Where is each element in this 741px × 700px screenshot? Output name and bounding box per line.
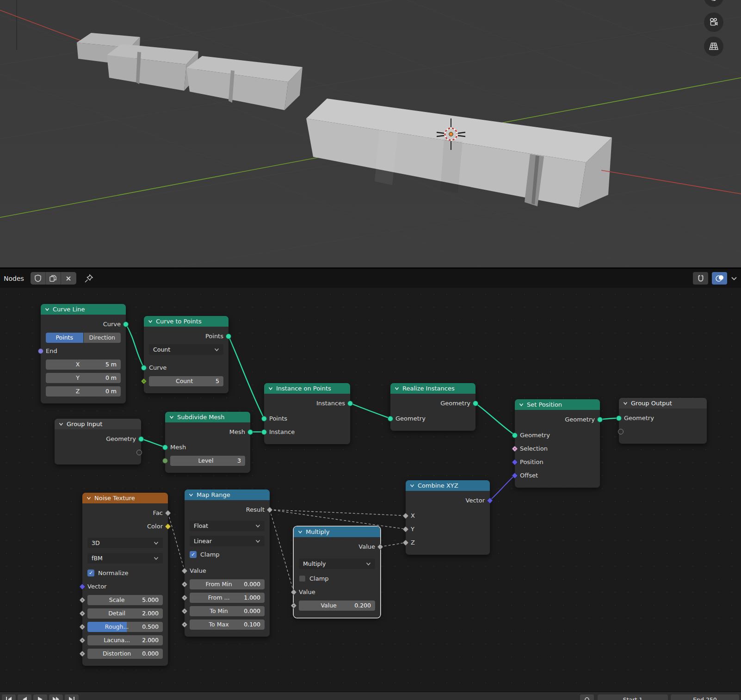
link-result-to-x[interactable]: [270, 510, 406, 516]
snapping-button[interactable]: [693, 272, 708, 285]
node-multiply[interactable]: Multiply Value Multiply Clamp Value Valu…: [294, 527, 380, 618]
socket-curve-in[interactable]: [141, 365, 147, 371]
count-field[interactable]: Count5: [149, 376, 223, 386]
chevron-down-icon[interactable]: [731, 276, 737, 281]
collapse-chevron-icon[interactable]: [148, 320, 153, 323]
node-header[interactable]: Realize Instances: [390, 383, 475, 394]
link-groupinput-to-mesh[interactable]: [141, 439, 165, 447]
previous-keyframe-button[interactable]: [18, 694, 31, 700]
node-curve-to-points[interactable]: Curve to Points Points Count Curve Count…: [144, 316, 228, 393]
socket-mesh-in[interactable]: [162, 445, 168, 450]
node-header[interactable]: Curve Line: [41, 304, 126, 315]
to-min-field[interactable]: To Min0.000: [190, 606, 265, 616]
noise-type-dropdown[interactable]: fBM: [87, 553, 163, 564]
socket-geometry-out[interactable]: [597, 417, 603, 422]
frame-start-field[interactable]: Start 1: [598, 694, 668, 700]
collapse-chevron-icon[interactable]: [45, 308, 49, 311]
frame-end-field[interactable]: End 250: [671, 694, 739, 700]
normalize-checkbox[interactable]: ✓: [87, 570, 94, 576]
node-header[interactable]: Instance on Points: [264, 383, 350, 394]
socket-points-in[interactable]: [261, 416, 267, 421]
clamp-checkbox[interactable]: ✓: [190, 551, 197, 558]
socket-geometry-in[interactable]: [512, 433, 518, 438]
jump-to-end-button[interactable]: [65, 694, 79, 700]
node-canvas[interactable]: Curve Line Curve Points Direction End X5…: [0, 288, 741, 691]
from-min-field[interactable]: From Min0.000: [190, 579, 265, 589]
node-curve-line[interactable]: Curve Line Curve Points Direction End X5…: [41, 304, 126, 403]
next-keyframe-button[interactable]: [49, 694, 63, 700]
node-header[interactable]: Set Position: [515, 399, 600, 410]
socket-geometry-in[interactable]: [616, 415, 622, 421]
collapse-chevron-icon[interactable]: [59, 422, 63, 426]
node-realize-instances[interactable]: Realize Instances Geometry Geometry: [390, 383, 475, 431]
unlink-node-tree-button[interactable]: [61, 272, 76, 285]
link-instances-to-geometry[interactable]: [350, 403, 390, 419]
new-node-tree-button[interactable]: [46, 272, 61, 285]
socket-mesh-out[interactable]: [247, 429, 253, 435]
data-type-dropdown[interactable]: Float: [190, 520, 265, 531]
collapse-chevron-icon[interactable]: [86, 496, 91, 500]
distortion-field[interactable]: Distortion0.000: [87, 649, 163, 659]
link-vector-to-offset[interactable]: [490, 476, 515, 501]
node-header[interactable]: Multiply: [294, 527, 380, 537]
socket-virtual[interactable]: [618, 429, 624, 434]
link-multiply-to-z[interactable]: [380, 543, 406, 547]
collapse-chevron-icon[interactable]: [268, 387, 273, 390]
scale-field[interactable]: Scale5.000: [87, 595, 163, 605]
link-points-to-points[interactable]: [228, 336, 264, 419]
link-curve-to-curve[interactable]: [126, 324, 144, 368]
node-header[interactable]: Curve to Points: [144, 316, 228, 327]
interpolation-dropdown[interactable]: Linear: [190, 536, 265, 546]
node-combine-xyz[interactable]: Combine XYZ Vector X Y Z: [406, 480, 490, 555]
node-tree-name[interactable]: Nodes: [4, 275, 24, 282]
viewport-3d[interactable]: [0, 0, 741, 267]
socket-level-in[interactable]: [162, 458, 168, 464]
lacunarity-field[interactable]: Lacuna...2.000: [87, 635, 163, 645]
node-instance-on-points[interactable]: Instance on Points Instances Points Inst…: [264, 383, 350, 444]
socket-curve-out[interactable]: [123, 322, 129, 327]
from-max-field[interactable]: From ...1.000: [190, 593, 265, 603]
collapse-chevron-icon[interactable]: [298, 530, 303, 534]
link-geometry-to-setposition[interactable]: [475, 403, 515, 435]
node-group-output[interactable]: Group Output Geometry: [619, 398, 707, 444]
socket-geometry-out[interactable]: [138, 436, 144, 442]
toggle-perspective-button[interactable]: [704, 37, 723, 56]
roughness-field[interactable]: Rough...0.500: [87, 622, 163, 632]
node-subdivide-mesh[interactable]: Subdivide Mesh Mesh Mesh Level3: [165, 412, 250, 473]
socket-instance-in[interactable]: [261, 429, 267, 435]
level-field[interactable]: Level3: [170, 456, 245, 466]
socket-points-out[interactable]: [226, 334, 231, 339]
dimensions-dropdown[interactable]: 3D: [87, 538, 163, 548]
collapse-chevron-icon[interactable]: [410, 484, 414, 488]
clamp-checkbox[interactable]: [299, 575, 306, 582]
to-max-field[interactable]: To Max0.100: [190, 619, 265, 630]
jump-to-start-button[interactable]: [2, 694, 16, 700]
node-set-position[interactable]: Set Position Geometry Geometry Selection…: [515, 399, 600, 488]
points-toggle[interactable]: Points: [46, 333, 83, 343]
value-field[interactable]: Value0.200: [299, 601, 375, 611]
link-result-to-multiply[interactable]: [270, 510, 294, 592]
y-field[interactable]: Y0 m: [46, 373, 121, 383]
socket-virtual[interactable]: [136, 450, 142, 455]
collapse-chevron-icon[interactable]: [169, 415, 174, 419]
fake-user-button[interactable]: [31, 272, 46, 285]
node-group-input[interactable]: Group Input Geometry: [55, 419, 141, 465]
collapse-chevron-icon[interactable]: [519, 403, 524, 407]
node-header[interactable]: Group Input: [55, 419, 141, 429]
socket-end-in[interactable]: [38, 348, 43, 354]
node-header[interactable]: Group Output: [619, 398, 707, 409]
node-header[interactable]: Noise Texture: [82, 493, 168, 503]
socket-geometry-out[interactable]: [473, 401, 478, 406]
socket-geometry-in[interactable]: [388, 416, 393, 421]
socket-instances-out[interactable]: [347, 401, 353, 406]
collapse-chevron-icon[interactable]: [189, 493, 193, 497]
node-header[interactable]: Subdivide Mesh: [165, 412, 250, 422]
x-field[interactable]: X5 m: [46, 359, 121, 370]
z-field[interactable]: Z0 m: [46, 386, 121, 396]
direction-toggle[interactable]: Direction: [84, 333, 121, 343]
link-fac-to-value[interactable]: [168, 513, 185, 571]
collapse-chevron-icon[interactable]: [395, 387, 399, 390]
node-header[interactable]: Map Range: [185, 489, 270, 500]
play-button[interactable]: [33, 694, 47, 700]
mode-dropdown[interactable]: Count: [149, 344, 223, 355]
